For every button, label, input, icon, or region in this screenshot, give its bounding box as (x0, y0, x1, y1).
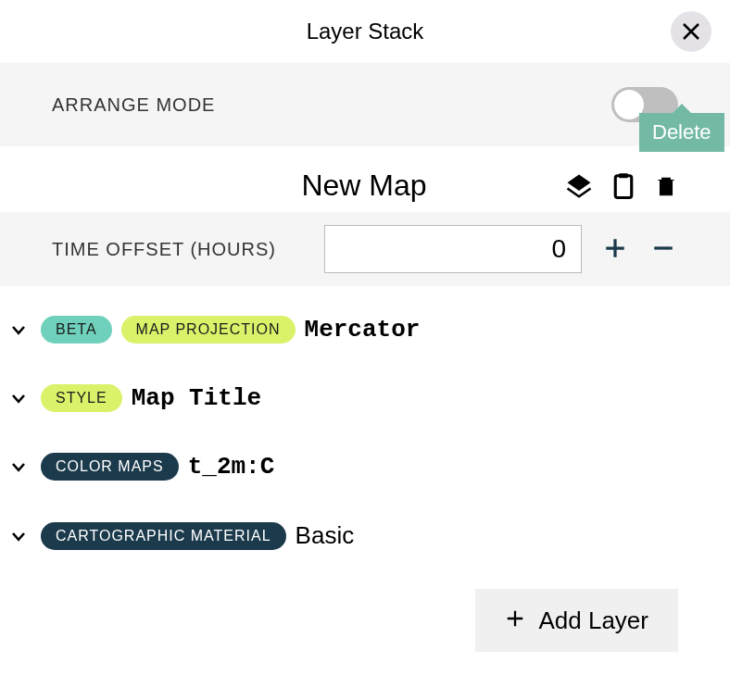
expand-toggle[interactable] (6, 528, 31, 544)
add-layer-row: Add Layer (0, 580, 730, 670)
chevron-down-icon (10, 321, 27, 338)
arrange-mode-label: ARRANGE MODE (52, 94, 215, 116)
badge-beta: BETA (41, 316, 112, 344)
minus-icon (651, 236, 675, 260)
panel-title: Layer Stack (307, 19, 424, 44)
svg-rect-1 (619, 173, 628, 178)
layer-item: COLOR MAPS t_2m:C (6, 432, 724, 501)
chevron-down-icon (10, 390, 27, 406)
layer-item: STYLE Map Title (6, 364, 724, 432)
layer-value: Mercator (305, 316, 421, 344)
close-button[interactable] (671, 11, 711, 52)
badge-cartographic-material: CARTOGRAPHIC MATERIAL (41, 522, 286, 550)
map-header-row: New Map (0, 146, 730, 212)
time-offset-row: TIME OFFSET (HOURS) (0, 212, 730, 286)
clipboard-icon (610, 172, 637, 200)
panel-header: Layer Stack (0, 0, 730, 63)
layer-value: Map Title (132, 384, 261, 412)
clipboard-button[interactable] (610, 172, 637, 200)
delete-tooltip: Delete (639, 113, 724, 152)
arrange-mode-row: ARRANGE MODE Delete (0, 63, 730, 146)
expand-toggle[interactable] (6, 390, 31, 406)
trash-icon (654, 172, 678, 200)
plus-icon (603, 236, 627, 260)
add-layer-button[interactable]: Add Layer (475, 589, 678, 652)
close-icon (682, 22, 700, 41)
time-offset-decrement[interactable] (648, 230, 678, 269)
add-layer-label: Add Layer (538, 606, 648, 635)
chevron-down-icon (10, 528, 27, 544)
time-offset-label: TIME OFFSET (HOURS) (52, 239, 276, 260)
layer-value: t_2m:C (188, 453, 275, 481)
map-title: New Map (52, 169, 565, 203)
expand-toggle[interactable] (6, 458, 31, 475)
map-actions (565, 172, 678, 200)
time-offset-increment[interactable] (600, 230, 630, 269)
badge-style: STYLE (41, 384, 122, 412)
svg-rect-0 (615, 175, 632, 197)
expand-toggle[interactable] (6, 321, 31, 338)
plus-icon (505, 606, 525, 635)
layer-item: BETA MAP PROJECTION Mercator (6, 295, 724, 364)
layer-list: BETA MAP PROJECTION Mercator STYLE Map T… (0, 286, 730, 580)
delete-button[interactable] (654, 172, 678, 200)
arrange-toggle-wrap: Delete (611, 87, 678, 122)
layer-item: CARTOGRAPHIC MATERIAL Basic (6, 501, 724, 570)
chevron-down-icon (10, 458, 27, 475)
badge-color-maps: COLOR MAPS (41, 453, 179, 481)
layers-icon (565, 172, 593, 200)
time-offset-input[interactable] (324, 225, 582, 273)
layer-value: Basic (296, 521, 355, 550)
badge-map-projection: MAP PROJECTION (121, 316, 296, 344)
layers-button[interactable] (565, 172, 593, 200)
tooltip-text: Delete (652, 120, 711, 144)
